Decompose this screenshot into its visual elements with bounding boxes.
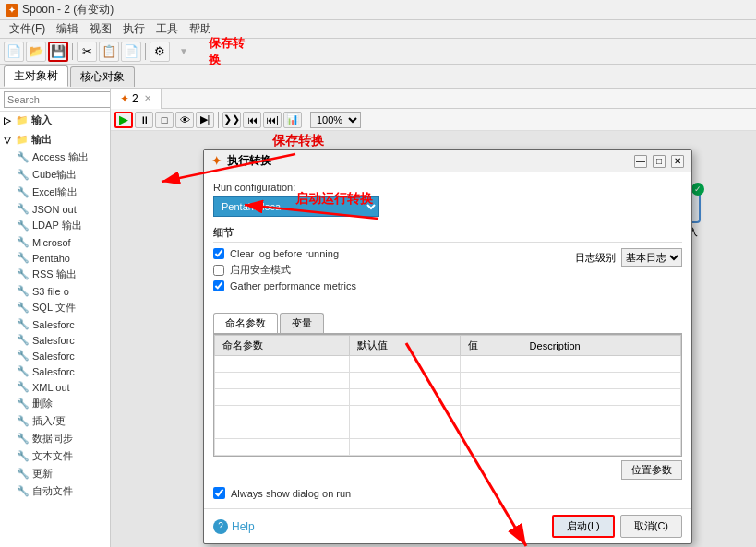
sidebar-item-删除[interactable]: 🔧删除: [13, 395, 110, 412]
sidebar-item-sql-文件[interactable]: 🔧SQL 文件: [13, 299, 110, 316]
canvas-tab-main[interactable]: ✦ 2 ✕: [111, 89, 162, 109]
tree-root-output[interactable]: ▽ 📁 输出: [0, 131, 110, 149]
menu-view[interactable]: 视图: [84, 20, 117, 38]
sidebar-item-json-out[interactable]: 🔧JSON out: [13, 201, 110, 217]
sidebar-item-rss-输出[interactable]: 🔧RSS 输出: [13, 266, 110, 283]
sidebar-item-插入/更[interactable]: 🔧插入/更: [13, 412, 110, 430]
dialog-close[interactable]: ✕: [671, 155, 684, 168]
sidebar-item-salesforc[interactable]: 🔧Salesforc: [13, 348, 110, 363]
sidebar-item-s3-file-o[interactable]: 🔧S3 file o: [13, 283, 110, 299]
rewind-step[interactable]: ⏮|: [263, 112, 282, 128]
table-row: [215, 389, 681, 406]
table-row: [215, 406, 681, 422]
tree-root-input[interactable]: ▷ 📁 输入: [0, 112, 110, 129]
canvas-area: ✦ 2 ✕ ▶ ⏸ □ 👁 ▶| ❯❯ ⏮ ⏮| 📊 100% 75% 50% …: [111, 89, 756, 547]
fast-forward[interactable]: ❯❯: [222, 112, 241, 128]
details-section-label: 细节: [213, 226, 682, 243]
toolbar-extra: ▼: [179, 46, 188, 56]
col-default-val: 默认值: [349, 336, 460, 356]
sidebar-item-pentaho[interactable]: 🔧Pentaho: [13, 250, 110, 266]
open-button[interactable]: 📂: [26, 42, 46, 62]
always-show-checkbox[interactable]: [213, 487, 225, 499]
log-level-row: 日志级别 基本日志: [575, 248, 682, 267]
toolbar-separator-2: [145, 43, 146, 60]
main-area: ✕ ⊞ ≡ ▷ 📁 输入 ▽ 📁 输出 🔧Access 输出🔧Cube输出🔧Ex…: [0, 89, 756, 547]
always-show-row: Always show dialog on run: [213, 487, 682, 499]
table-row: [215, 373, 681, 389]
checkboxes-section: Clear log before running 启用安全模式 Gather p…: [213, 248, 682, 303]
sidebar-item-数据同步[interactable]: 🔧数据同步: [13, 430, 110, 447]
copy-button[interactable]: 📋: [99, 42, 119, 62]
dialog-tabs: 命名参数 变量: [213, 313, 682, 334]
menu-edit[interactable]: 编辑: [51, 20, 84, 38]
sidebar-item-excel输出[interactable]: 🔧Excel输出: [13, 184, 110, 201]
zoom-select[interactable]: 100% 75% 50% 150%: [310, 112, 361, 128]
sidebar-toolbar: ✕ ⊞ ≡: [0, 89, 110, 112]
app-title: Spoon - 2 (有变动): [22, 2, 114, 18]
dialog-body: Run configuration: Pentaho local 细节: [204, 172, 691, 508]
chart-button[interactable]: 📊: [283, 112, 302, 128]
menu-tools[interactable]: 工具: [150, 20, 184, 38]
position-params-button[interactable]: 位置参数: [621, 460, 682, 480]
canvas-toolbar: ▶ ⏸ □ 👁 ▶| ❯❯ ⏮ ⏮| 📊 100% 75% 50% 150%: [111, 109, 756, 131]
tab-core-objects[interactable]: 核心对象: [70, 66, 135, 87]
run-config-select[interactable]: Pentaho local: [213, 196, 379, 217]
stop-button[interactable]: □: [155, 112, 174, 128]
canvas-tab-close[interactable]: ✕: [144, 93, 151, 103]
menu-run[interactable]: 执行: [117, 20, 150, 38]
cut-button[interactable]: ✂: [77, 42, 97, 62]
save-button[interactable]: 💾: [48, 42, 68, 62]
sidebar-item-ldap-输出[interactable]: 🔧LDAP 输出: [13, 217, 110, 234]
toolbar-separator: [72, 43, 73, 60]
dialog-footer: ? Help 启动(L) 取消(C): [204, 508, 691, 543]
run-button[interactable]: ▶: [114, 112, 133, 128]
preview-button[interactable]: 👁: [175, 112, 194, 128]
col-description: Description: [522, 336, 680, 356]
tab-variables[interactable]: 变量: [280, 313, 324, 333]
sidebar-item-access-输出[interactable]: 🔧Access 输出: [13, 149, 110, 166]
save-annotation-text: 保存转换: [209, 35, 246, 68]
settings-button[interactable]: ⚙: [150, 42, 170, 62]
search-input[interactable]: [4, 91, 111, 108]
clear-log-label: Clear log before running: [230, 248, 339, 259]
params-table-wrap: 命名参数 默认值 值 Description: [213, 334, 682, 457]
sidebar-item-文本文件[interactable]: 🔧文本文件: [13, 447, 110, 465]
tab-main-objects[interactable]: 主对象树: [4, 65, 68, 87]
sidebar-item-cube输出[interactable]: 🔧Cube输出: [13, 166, 110, 184]
sidebar-item-salesforc[interactable]: 🔧Salesforc: [13, 363, 110, 379]
params-table-body: [215, 356, 681, 456]
dialog-minimize[interactable]: —: [634, 155, 647, 168]
main-toolbar: 📄 📂 💾 ✂ 📋 📄 ⚙ ▼ 保存转换: [0, 39, 756, 65]
perf-metrics-label: Gather performance metrics: [230, 280, 356, 291]
sidebar-item-更新[interactable]: 🔧更新: [13, 465, 110, 482]
step-button[interactable]: ▶|: [196, 112, 214, 128]
dialog-overlay: ✦ 执行转换 — □ ✕ Run configuration:: [111, 131, 756, 547]
new-button[interactable]: 📄: [4, 42, 24, 62]
start-button[interactable]: 启动(L): [552, 515, 614, 538]
dialog-maximize[interactable]: □: [653, 155, 666, 168]
table-row: [215, 356, 681, 373]
help-label[interactable]: Help: [232, 520, 255, 533]
perf-metrics-checkbox[interactable]: [213, 280, 224, 291]
cancel-button[interactable]: 取消(C): [620, 515, 682, 538]
safe-mode-checkbox[interactable]: [213, 265, 224, 276]
checkbox-perf-metrics: Gather performance metrics: [213, 280, 682, 291]
sidebar-item-salesforc[interactable]: 🔧Salesforc: [13, 332, 110, 348]
canvas-tab-bar: ✦ 2 ✕: [111, 89, 756, 109]
tab-named-params[interactable]: 命名参数: [213, 313, 278, 333]
table-row: [215, 439, 681, 456]
paste-button[interactable]: 📄: [121, 42, 141, 62]
log-level-select[interactable]: 基本日志: [621, 248, 682, 267]
rewind[interactable]: ⏮: [243, 112, 261, 128]
sidebar-item-microsof[interactable]: 🔧Microsof: [13, 234, 110, 250]
sidebar-item-自动文件[interactable]: 🔧自动文件: [13, 482, 110, 500]
sidebar-item-salesforc[interactable]: 🔧Salesforc: [13, 316, 110, 332]
app-icon: ✦: [6, 4, 18, 17]
sidebar-item-xml-out[interactable]: 🔧XML out: [13, 379, 110, 395]
menu-file[interactable]: 文件(F): [4, 20, 51, 38]
pause-button[interactable]: ⏸: [135, 112, 153, 128]
dialog-title-bar: ✦ 执行转换 — □ ✕: [204, 150, 691, 172]
execute-transform-dialog: ✦ 执行转换 — □ ✕ Run configuration:: [203, 149, 692, 544]
clear-log-checkbox[interactable]: [213, 248, 224, 259]
always-show-label: Always show dialog on run: [231, 488, 351, 499]
